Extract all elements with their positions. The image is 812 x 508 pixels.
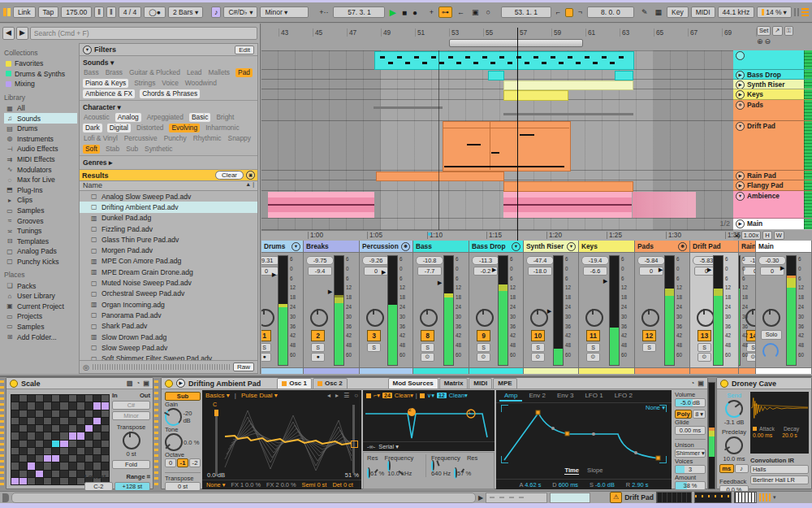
expand-overview-icon[interactable]: ▶ [478, 494, 483, 501]
nudge-up-button[interactable]: ‖ [106, 7, 116, 18]
capture-midi-button[interactable]: ○ [484, 7, 493, 17]
scale-grid-cell[interactable] [44, 471, 51, 477]
monitor-button[interactable]: ⊙ [421, 353, 434, 362]
track-lane[interactable] [261, 80, 733, 89]
scale-grid-cell[interactable] [60, 478, 67, 484]
monitor-button[interactable]: ⊙ [477, 353, 490, 362]
scale-grid-cell[interactable] [19, 441, 27, 447]
mixer-track-title[interactable]: Breaks [304, 241, 359, 253]
scale-grid-cell[interactable] [19, 410, 27, 417]
mixer-strip[interactable]: Bass -10.8 -7.7 8 S ⊙ ▶ 6 0 6 12 18 24 3… [413, 241, 469, 374]
peak-level-button[interactable]: -9.26 [362, 256, 390, 265]
scale-grid-cell[interactable] [19, 425, 27, 432]
link-button[interactable]: Link [13, 7, 36, 18]
track-header[interactable]: ▶Rain Pad [733, 171, 812, 180]
device-expand-icon[interactable]: ▶ [176, 379, 185, 388]
track-activator-number[interactable]: 3 [367, 330, 381, 341]
filter-tag[interactable]: Basic [189, 113, 210, 122]
filter-tag[interactable]: Bright [215, 113, 235, 122]
scale-grid-cell[interactable] [102, 432, 109, 439]
scale-grid-cell[interactable] [85, 410, 93, 417]
scale-grid-cell[interactable] [69, 478, 76, 484]
sidebar-library-item[interactable]: ◌Max for Live [4, 175, 77, 185]
tab-osc2[interactable]: Osc 2 [313, 378, 348, 389]
predelay-ms-button[interactable]: ms [719, 464, 734, 473]
view-circle-icon[interactable]: ○ [354, 392, 358, 399]
filter-tag[interactable]: Mallets [208, 68, 231, 77]
octave-minus2-button[interactable]: -2 [189, 458, 201, 467]
pan-marker-icon[interactable]: ▶ [272, 271, 276, 278]
pan-marker-icon[interactable]: ▶ [492, 267, 496, 273]
scale-grid-cell[interactable] [19, 448, 27, 454]
lock-envelopes-icon[interactable]: ⚿ [784, 26, 794, 36]
pan-marker-icon[interactable]: ▶ [707, 267, 711, 273]
clip[interactable] [268, 204, 374, 206]
poly-button[interactable]: Poly [675, 410, 692, 419]
preview-headphone-icon[interactable]: ◎ [83, 363, 89, 371]
automation-mode-button[interactable]: ▦ [652, 7, 664, 17]
scale-grid-cell[interactable] [52, 395, 59, 402]
clip[interactable] [443, 128, 569, 128]
tone-knob[interactable] [165, 433, 183, 451]
scale-grid-cell[interactable] [44, 418, 51, 424]
result-list-item[interactable]: ▥Dunkel Pad.adg [80, 213, 257, 224]
mixer-strip[interactable]: Drums ▼ -9.31 0 1 S ● ▶ 6 0 6 12 18 24 3… [261, 241, 304, 374]
octave-minus1-button[interactable]: -1 [177, 458, 188, 467]
tab-matrix[interactable]: Matrix [439, 378, 469, 389]
solo-button[interactable]: S [477, 343, 490, 352]
track-name[interactable]: Bass Drop [747, 71, 781, 79]
scale-name-menu[interactable]: Minor ▾ [260, 7, 309, 18]
subtab-env3[interactable]: Env 3 [552, 391, 578, 402]
scale-grid-cell[interactable] [36, 455, 43, 462]
scale-grid-cell[interactable] [93, 410, 101, 417]
filter-tag[interactable]: Sub [125, 145, 139, 154]
track-name[interactable]: Flangy Pad [747, 181, 784, 189]
tab-mpe[interactable]: MPE [493, 378, 516, 389]
sidebar-library-item[interactable]: ◍Instruments [4, 134, 77, 145]
track-lane[interactable]: 1/2 [261, 219, 733, 230]
mixer-strip[interactable]: Percussion ❄ -9.26 0 3 S ▶ 6 0 6 12 18 2… [360, 241, 413, 374]
scale-grid-cell[interactable] [102, 455, 109, 462]
sidebar-collection-item[interactable]: Drums & Synths [4, 69, 77, 80]
stop-button[interactable]: ■ [400, 8, 408, 17]
scale-grid-cell[interactable] [93, 455, 101, 462]
browser-forward-button[interactable]: ▶ [16, 27, 28, 40]
save-preset-icon[interactable]: ▣ [698, 380, 704, 387]
scale-grid-cell[interactable] [36, 462, 43, 469]
scale-grid-cell[interactable] [52, 432, 59, 439]
back-to-arrangement-button[interactable]: ← [455, 7, 467, 17]
volume-field[interactable]: -6.6 [583, 267, 607, 276]
monitor-button[interactable]: ● [261, 353, 271, 362]
subtab-lfo1[interactable]: LFO 1 [580, 391, 607, 402]
scale-grid-cell[interactable] [28, 471, 35, 477]
f2-freq-value[interactable]: 640 Hz [431, 470, 451, 477]
scale-grid-cell[interactable] [69, 455, 76, 462]
track-fold-icon[interactable]: ▶ [736, 172, 745, 180]
next-table-icon[interactable]: ▸ [335, 392, 339, 399]
sustain-value[interactable]: -6.0 dB [595, 481, 615, 488]
peak-level-button[interactable]: -11.3 [472, 256, 499, 265]
hot-swap-icon[interactable]: ▨ [127, 380, 133, 387]
pan-knob[interactable] [530, 309, 548, 327]
scale-grid-cell[interactable] [60, 402, 67, 409]
scale-grid-cell[interactable] [77, 425, 84, 432]
scale-grid-cell[interactable] [69, 425, 76, 432]
scale-grid-cell[interactable] [19, 455, 27, 462]
filter-tag[interactable]: Acoustic [83, 113, 110, 122]
scale-grid-cell[interactable] [44, 432, 51, 439]
clip[interactable] [374, 106, 443, 109]
scale-grid-cell[interactable] [77, 448, 84, 454]
scale-grid-cell[interactable] [52, 418, 59, 424]
track-header[interactable]: ▶Main [733, 219, 812, 230]
sort-icon[interactable]: ▲ | [245, 181, 254, 190]
result-list-item[interactable]: ▢Glass Thin Pure Pad.adv [80, 234, 257, 245]
scale-grid-cell[interactable] [11, 471, 19, 477]
scale-grid-cell[interactable] [19, 418, 27, 424]
scale-grid-cell[interactable] [44, 448, 51, 454]
track-fold-icon[interactable]: ▶ [736, 181, 745, 190]
draw-mode-button[interactable]: ✎ [639, 7, 650, 17]
crossfade-knob[interactable] [762, 343, 779, 359]
mixer-track-icon[interactable]: ▼ [567, 242, 576, 251]
loop-start-field[interactable]: 53. 1. 1 [501, 7, 551, 18]
mixer-track-icon[interactable]: ❄ [401, 242, 410, 251]
